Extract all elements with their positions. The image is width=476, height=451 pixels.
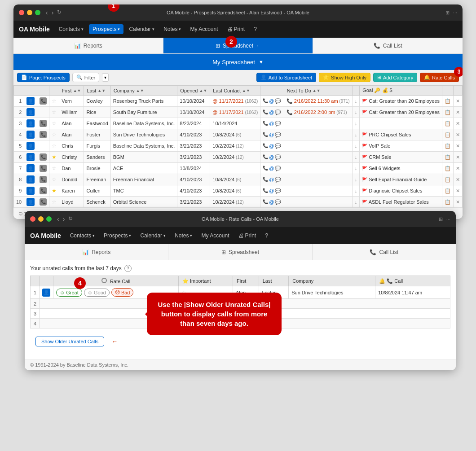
avatar[interactable]: 👤 [26, 108, 35, 116]
nav-myaccount-2[interactable]: My Account [198, 231, 233, 241]
refresh-icon[interactable]: ↻ [57, 9, 62, 16]
close-row-icon[interactable]: ✕ [456, 199, 460, 205]
chat-action-icon[interactable]: 💬 [275, 98, 281, 104]
copy-icon[interactable]: 📋 [445, 98, 451, 104]
chat-action-icon[interactable]: 💬 [275, 132, 281, 138]
down-arrow-icon[interactable]: ↓ [355, 188, 357, 193]
avatar[interactable]: 👤 [26, 175, 35, 184]
star-icon[interactable]: ☆ [52, 143, 57, 149]
call-action-icon[interactable]: 📞 [263, 132, 268, 138]
nav-print-1[interactable]: 🖨 Print [224, 24, 249, 34]
nav-notes-2[interactable]: Notes ▾ [171, 231, 196, 241]
star-icon[interactable]: ★ [52, 154, 57, 160]
th-lastcontact[interactable]: Last Contact ▲▼ [210, 86, 260, 96]
maximize-button[interactable] [35, 10, 40, 15]
call-action-icon[interactable]: 📞 [263, 177, 268, 183]
copy-icon[interactable]: 📋 [445, 109, 451, 115]
phone-icon[interactable]: 📞 [40, 176, 47, 183]
back-icon-2[interactable]: ‹ [57, 215, 59, 223]
call-action-icon[interactable]: 📞 [263, 199, 268, 205]
nav-print-2[interactable]: 🖨 Print [235, 231, 260, 241]
help-icon[interactable]: ? [124, 265, 132, 272]
copy-icon[interactable]: 📋 [445, 166, 451, 171]
tab-calllist-2[interactable]: 📞 Call List [313, 244, 456, 260]
email-action-icon[interactable]: @ [269, 166, 274, 171]
great-btn[interactable]: ☺ Great [56, 289, 82, 297]
grid-icon[interactable]: ⊞ [445, 10, 450, 16]
show-older-btn[interactable]: Show Older Unrated Calls [35, 337, 104, 346]
avatar[interactable]: 👤 [26, 153, 35, 161]
avatar[interactable]: 👤 [26, 187, 35, 195]
close-row-icon[interactable]: ✕ [456, 177, 460, 182]
copy-icon[interactable]: 📋 [445, 177, 451, 182]
close-row-icon[interactable]: ✕ [456, 154, 460, 160]
close-row-icon[interactable]: ✕ [456, 132, 460, 137]
tab-reports-1[interactable]: 📊 Reports [13, 38, 163, 53]
down-arrow-icon[interactable]: ↓ [355, 132, 357, 137]
call-action-icon[interactable]: 📞 [263, 98, 268, 104]
close-button-2[interactable] [30, 216, 35, 222]
chat-action-icon[interactable]: 💬 [275, 177, 281, 183]
email-action-icon[interactable]: @ [269, 132, 274, 138]
close-row-icon[interactable]: ✕ [456, 143, 460, 149]
avatar[interactable]: 👤 [26, 164, 35, 172]
th-company[interactable]: Company ▲▼ [110, 86, 177, 96]
nav-calendar-2[interactable]: Calendar ▾ [137, 231, 169, 241]
call-action-icon[interactable]: 📞 [263, 154, 268, 160]
star-icon[interactable]: ★ [52, 188, 57, 194]
email-action-icon[interactable]: @ [269, 199, 274, 205]
email-action-icon[interactable]: @ [269, 98, 274, 104]
forward-icon-2[interactable]: › [63, 215, 65, 223]
chat-action-icon[interactable]: 💬 [275, 121, 281, 127]
down-arrow-icon[interactable]: ↓ [355, 199, 357, 205]
toolbar-dropdown-1[interactable]: ▼ [259, 59, 264, 65]
bad-btn[interactable]: ☹ Bad [111, 288, 134, 297]
copy-icon[interactable]: 📋 [445, 154, 451, 160]
th-goal[interactable]: Goal 🔑 💰 $ [360, 86, 442, 96]
star-icon[interactable]: ☆ [52, 165, 57, 171]
avatar[interactable]: 👤 [26, 97, 35, 105]
forward-icon[interactable]: › [52, 9, 54, 16]
phone-icon[interactable]: 📞 [40, 165, 47, 172]
nav-myaccount-1[interactable]: My Account [186, 24, 221, 34]
star-icon[interactable]: ☆ [52, 98, 57, 104]
avatar[interactable]: 👤 [26, 131, 35, 139]
copy-icon[interactable]: 📋 [445, 143, 451, 149]
star-icon[interactable]: ☆ [52, 120, 57, 127]
copy-icon[interactable]: 📋 [445, 188, 451, 193]
star-icon[interactable]: ☆ [52, 176, 57, 183]
filter-dropdown-btn[interactable]: ▾ [102, 73, 109, 82]
show-high-btn[interactable]: ⭐ Show High Only [319, 73, 370, 82]
brand-2[interactable]: OA Mobile [30, 232, 61, 239]
tab-spreadsheet-2[interactable]: ⊞ Spreadsheet [168, 244, 312, 260]
th-first[interactable]: First ▲▼ [59, 86, 84, 96]
chat-action-icon[interactable]: 💬 [275, 109, 281, 115]
chat-action-icon[interactable]: 💬 [275, 166, 281, 171]
minimize-button-2[interactable] [38, 216, 44, 222]
copy-icon[interactable]: 📋 [445, 132, 451, 137]
call-action-icon[interactable]: 📞 [263, 109, 268, 115]
phone-icon[interactable]: 📞 [40, 120, 47, 127]
down-arrow-icon[interactable]: ↓ [355, 109, 357, 115]
close-row-icon[interactable]: ✕ [456, 166, 460, 171]
down-arrow-icon[interactable]: ↓ [355, 143, 357, 149]
th-nexttodo[interactable]: Next To Do ▲▼ [284, 86, 352, 96]
copy-icon[interactable]: 📋 [445, 199, 451, 205]
call-action-icon[interactable]: 📞 [263, 143, 268, 149]
back-icon[interactable]: ‹ [46, 9, 48, 16]
nav-help-2[interactable]: ? [261, 231, 272, 241]
close-row-icon[interactable]: ✕ [456, 109, 460, 115]
down-arrow-icon[interactable]: ↓ [355, 166, 357, 171]
down-arrow-icon[interactable]: ↓ [355, 154, 357, 160]
star-icon[interactable]: ☆ [52, 131, 57, 138]
call-action-icon[interactable]: 📞 [263, 121, 268, 127]
maximize-button-2[interactable] [46, 216, 52, 222]
star-icon[interactable]: ☆ [52, 109, 57, 115]
email-action-icon[interactable]: @ [269, 188, 274, 194]
phone-icon[interactable]: 📞 [40, 187, 47, 194]
call-action-icon[interactable]: 📞 [263, 166, 268, 171]
brand-1[interactable]: OA Mobile [19, 26, 50, 33]
phone-icon[interactable]: 📞 [40, 97, 47, 105]
page-prospects-btn[interactable]: 📄 Page: Prospects [17, 73, 70, 82]
down-arrow-icon[interactable]: ↓ [355, 177, 357, 182]
